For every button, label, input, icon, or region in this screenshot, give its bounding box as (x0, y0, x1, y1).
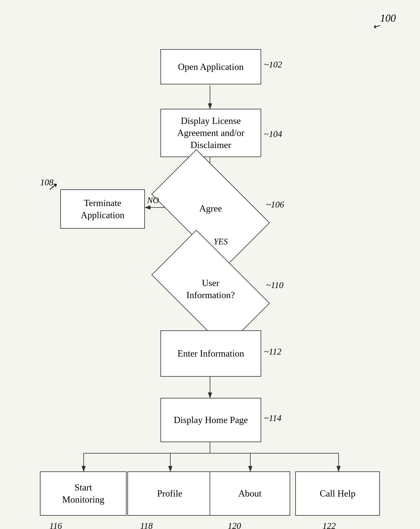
ref-102: ~102 (264, 59, 282, 70)
ref-108-arrow: ↗ (48, 180, 57, 192)
ref-120: 120 (228, 521, 241, 529)
open-application-box: Open Application (161, 49, 261, 84)
ref-110: ~110 (266, 280, 284, 290)
terminate-application-box: TerminateApplication (60, 189, 145, 229)
no-label: NO (147, 195, 159, 205)
profile-box: Profile (127, 471, 212, 516)
call-help-box: Call Help (295, 471, 380, 516)
ref-112: ~112 (264, 346, 282, 357)
display-license-box: Display LicenseAgreement and/orDisclaime… (161, 109, 261, 157)
user-information-diamond: UserInformation? (159, 258, 262, 320)
ref-100-label: 100 (380, 12, 396, 24)
agree-diamond: Agree (159, 177, 262, 240)
start-monitoring-box: StartMonitoring (40, 471, 127, 516)
yes-label: YES (214, 237, 228, 246)
about-box: About (210, 471, 290, 516)
ref-116: 116 (49, 521, 62, 529)
ref-104: ~104 (264, 129, 282, 139)
ref-122: 122 (323, 521, 336, 529)
enter-information-box: Enter Information (161, 330, 261, 377)
display-home-page-box: Display Home Page (161, 398, 261, 442)
flowchart-diagram: 100 ↙ O (0, 0, 420, 529)
ref-118: 118 (140, 521, 153, 529)
ref-114: ~114 (264, 413, 282, 423)
ref-106: ~106 (266, 199, 284, 210)
